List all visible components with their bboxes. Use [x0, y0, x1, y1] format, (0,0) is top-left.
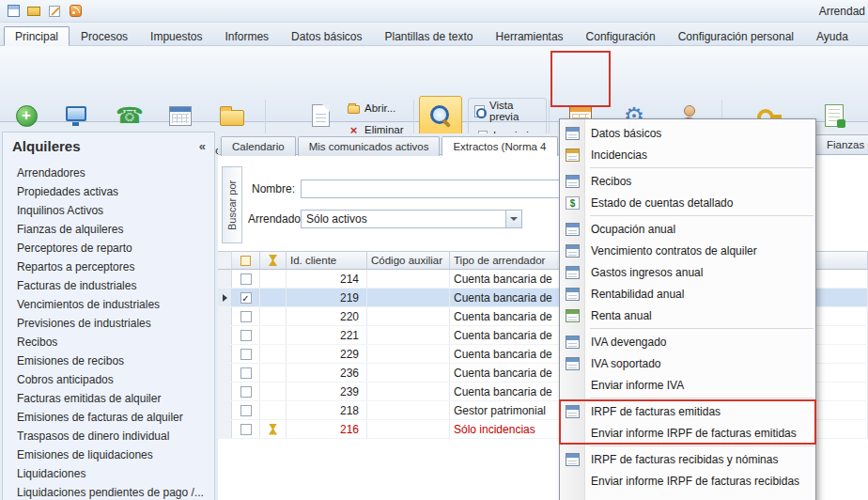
menu-item-datos-basicos[interactable]: Datos básicos [560, 122, 815, 144]
menu-item-label: Gastos ingresos anual [591, 266, 703, 279]
sidebar-item-emisiones-de-recibos[interactable]: Emisiones de recibos [3, 352, 214, 370]
sidebar-item-propiedades-activas[interactable]: Propiedades activas [3, 182, 214, 201]
sidebar-item-liquidaciones[interactable]: Liquidaciones [3, 464, 214, 483]
sidebar-item-repartos-a-perceptores[interactable]: Repartos a perceptores [3, 258, 214, 276]
quick-access-edit-button[interactable] [46, 3, 63, 20]
quick-access-announce-button[interactable] [67, 3, 84, 20]
menu-item-label: Estado de cuentas detallado [591, 196, 733, 210]
row-checkbox[interactable] [240, 330, 252, 341]
select-dropdown-arrow-icon[interactable] [505, 211, 521, 227]
sidebar-item-traspasos-de-dinero-individual[interactable]: Traspasos de dinero individual [3, 427, 214, 445]
row-checkbox[interactable] [240, 405, 252, 416]
quick-access-form-button[interactable] [5, 3, 22, 20]
menu-item-label: IRPF de facturas emitidas [591, 405, 721, 418]
sidebar-item-facturas-de-industriales[interactable]: Facturas de industriales [3, 276, 214, 295]
sidebar-item-emisiones-de-facturas-de-alquiler[interactable]: Emisiones de facturas de alquiler [3, 408, 214, 427]
header-id-cliente[interactable]: Id. cliente [287, 251, 367, 270]
menu-item-enviar-informe-irpf-de-facturas-emitidas[interactable]: Enviar informe IRPF de facturas emitidas [560, 422, 815, 444]
menu-item-label: Datos básicos [591, 127, 661, 140]
ribbon-tab-ayuda[interactable]: Ayuda [805, 26, 860, 46]
sidebar-item-arrendadores[interactable]: Arrendadores [3, 164, 214, 182]
informes-dropdown-menu: Datos básicosIncidenciasRecibos$Estado d… [559, 118, 816, 500]
cell-id-cliente: 219 [287, 289, 367, 306]
sidebar-item-vencimientos-de-industriales[interactable]: Vencimientos de industriales [3, 295, 214, 314]
menu-item-renta-anual[interactable]: Renta anual [560, 305, 815, 326]
menu-item-ocupacion-anual[interactable]: Ocupación anual [560, 218, 815, 240]
menu-item-irpf-de-facturas-emitidas[interactable]: IRPF de facturas emitidas [560, 400, 815, 422]
mail-icon [27, 7, 40, 16]
arrendadores-select-value: Sólo activos [306, 212, 367, 226]
sidebar-item-fianzas-de-alquileres[interactable]: Fianzas de alquileres [3, 220, 214, 239]
preview-button[interactable]: Vista previa [471, 102, 544, 120]
ribbon-tab-informes[interactable]: Informes [213, 26, 280, 46]
ribbon-tab-impuestos[interactable]: Impuestos [139, 26, 213, 46]
content-tab-mis-comunicados-activos[interactable]: Mis comunicados activos [298, 136, 441, 156]
ribbon-tab-herramientas[interactable]: Herramientas [485, 26, 575, 46]
row-checkbox[interactable] [240, 273, 252, 285]
row-incident-cell [260, 270, 287, 288]
row-checkbox[interactable] [240, 386, 252, 398]
menu-separator [590, 398, 814, 398]
sidebar-collapse-chevron-icon[interactable]: « [199, 139, 206, 153]
content-tab-extractos-norma-4[interactable]: Extractos (Norma 4 [442, 136, 557, 156]
menu-item-incidencias[interactable]: Incidencias [560, 144, 815, 165]
header-incidents-column[interactable] [260, 251, 287, 270]
row-checkbox[interactable] [240, 349, 252, 360]
menu-item-label: Incidencias [591, 148, 647, 162]
row-check-cell [232, 345, 260, 363]
menu-item-enviar-informe-irpf-de-facturas-recibidas[interactable]: Enviar informe IRPF de facturas recibida… [560, 470, 815, 492]
sidebar-item-inquilinos-activos[interactable]: Inquilinos Activos [3, 201, 214, 220]
sidebar-item-cobros-anticipados[interactable]: Cobros anticipados [3, 370, 214, 389]
menu-item-estado-de-cuentas-detallado[interactable]: $Estado de cuentas detallado [560, 192, 815, 213]
edit-icon [49, 6, 60, 17]
row-checkbox[interactable] [240, 311, 252, 322]
menu-item-label: Rentabilidad anual [591, 288, 684, 301]
quick-access-mail-button[interactable] [25, 3, 42, 20]
sidebar-item-perceptores-de-reparto[interactable]: Perceptores de reparto [3, 239, 214, 258]
sidebar-item-liquidaciones-pendientes-de-pago[interactable]: Liquidaciones pendientes de pago /... [3, 483, 214, 500]
selected-row-pointer-icon [223, 294, 227, 302]
row-checkbox[interactable]: ✓ [240, 292, 252, 304]
row-marker-cell [218, 364, 232, 382]
ribbon-tab-datos-basicos[interactable]: Datos básicos [280, 26, 373, 46]
ribbon-tab-procesos[interactable]: Procesos [70, 26, 139, 46]
report-icon [566, 175, 580, 188]
menu-item-enviar-informe-iva[interactable]: Enviar informe IVA [560, 374, 815, 396]
ribbon-tab-configuracion[interactable]: Configuración [575, 26, 667, 46]
ribbon-tab-principal[interactable]: Principal [4, 26, 70, 46]
row-incident-cell [260, 364, 287, 382]
menu-item-gastos-ingresos-anual[interactable]: Gastos ingresos anual [560, 261, 815, 283]
row-marker-cell [218, 383, 232, 400]
content-tab-calendario[interactable]: Calendario [221, 136, 296, 156]
header-select-column[interactable] [232, 251, 260, 270]
content-tab-fianzas-de[interactable]: Fianzas de [815, 134, 868, 154]
menu-item-recibos[interactable]: Recibos [560, 170, 815, 192]
menu-item-rentabilidad-anual[interactable]: Rentabilidad anual [560, 283, 815, 305]
cell-codigo-auxiliar [367, 364, 450, 382]
arrendadores-select[interactable]: Sólo activos [301, 210, 522, 228]
ribbon-tab-plantillas-de-texto[interactable]: Plantillas de texto [373, 26, 484, 46]
row-marker-cell [218, 307, 232, 325]
sidebar-item-previsiones-de-industriales[interactable]: Previsiones de industriales [3, 314, 214, 333]
report-icon [566, 266, 580, 279]
menu-item-irpf-de-facturas-recibidas-y-nominas[interactable]: IRPF de facturas recibidas y nóminas [560, 448, 815, 470]
phone-icon: ☎ [116, 103, 144, 128]
cell-id-cliente: 214 [287, 270, 367, 288]
menu-item-vencimiento-contratos-de-alquiler[interactable]: Vencimiento contratos de alquiler [560, 240, 815, 261]
menu-item-iva-devengado[interactable]: IVA devengado [560, 331, 815, 352]
row-incident-cell [260, 326, 287, 344]
open-button[interactable]: Abrir... [344, 99, 416, 117]
sidebar-item-emisiones-de-liquidaciones[interactable]: Emisiones de liquidaciones [3, 445, 214, 464]
ribbon-tab-configuracion-personal[interactable]: Configuración personal [667, 26, 805, 46]
row-checkbox[interactable] [240, 367, 252, 379]
header-codigo-auxiliar[interactable]: Código auxiliar [367, 251, 450, 270]
sidebar-item-facturas-emitidas-de-alquiler[interactable]: Facturas emitidas de alquiler [3, 389, 214, 408]
menu-item-label: Enviar informe IRPF de facturas emitidas [591, 427, 797, 440]
menu-item-iva-soportado[interactable]: IVA soportado [560, 352, 815, 374]
sidebar-item-recibos[interactable]: Recibos [3, 333, 214, 352]
sidebar-title: Alquileres [12, 138, 81, 154]
row-checkbox[interactable] [240, 424, 252, 435]
row-marker-cell [218, 289, 232, 306]
checkbox-column-icon [240, 256, 251, 266]
header-marker-cell [218, 251, 232, 270]
